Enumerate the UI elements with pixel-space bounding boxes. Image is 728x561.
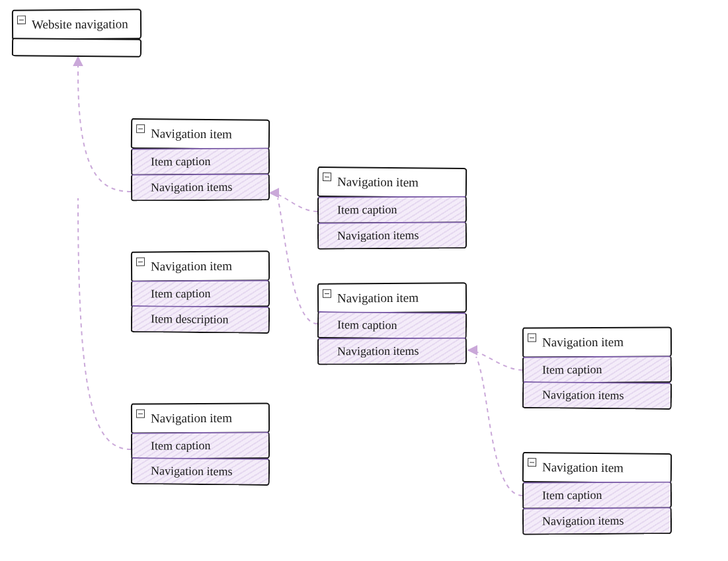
node-empty-body [12, 38, 142, 58]
node-website-navigation[interactable]: Website navigation [12, 9, 142, 57]
attr-label: Navigation items [542, 388, 624, 402]
attr-row: Item caption [317, 311, 467, 340]
attr-row: Item caption [131, 432, 270, 460]
header-label: Navigation item [337, 291, 419, 305]
collapse-icon[interactable] [323, 172, 331, 181]
header-label: Navigation item [151, 126, 232, 141]
collapse-icon[interactable] [528, 458, 536, 467]
attr-row: Navigation items [131, 457, 270, 486]
collapse-icon[interactable] [136, 409, 145, 418]
node-header: Navigation item [131, 250, 270, 282]
collapse-icon[interactable] [323, 289, 331, 298]
header-label: Website navigation [32, 17, 128, 31]
attr-row: Navigation items [131, 174, 270, 202]
node-header: Navigation item [522, 452, 672, 484]
attr-label: Item caption [151, 439, 211, 453]
attr-row: Item caption [522, 482, 672, 509]
header-label: Navigation item [542, 335, 624, 350]
connector-n1a-to-n1 [270, 193, 317, 211]
node-header: Navigation item [317, 167, 467, 198]
attr-row: Navigation items [317, 221, 467, 249]
attr-row: Navigation items [522, 381, 672, 410]
attr-label: Item caption [542, 363, 602, 377]
attr-row: Item caption [131, 280, 270, 308]
connector-n1-to-root [78, 57, 131, 192]
header-label: Navigation item [151, 259, 232, 274]
diagram-canvas: Website navigation Navigation item Item … [0, 0, 728, 561]
attr-label: Navigation items [151, 465, 233, 478]
connector-n1b-to-n1 [278, 198, 317, 324]
attr-row: Navigation items [522, 507, 672, 535]
collapse-icon[interactable] [528, 333, 536, 342]
node-header: Navigation item [131, 402, 270, 433]
node-nav-item-1b[interactable]: Navigation item Item caption Navigation … [317, 283, 467, 365]
attr-row: Item caption [317, 196, 467, 224]
attr-label: Navigation items [151, 180, 233, 194]
connector-n1b1-to-n1b [468, 350, 522, 370]
node-nav-item-1b2[interactable]: Navigation item Item caption Navigation … [522, 453, 672, 535]
attr-label: Item description [151, 313, 229, 326]
node-nav-item-2[interactable]: Navigation item Item caption Item descri… [131, 251, 270, 333]
collapse-icon[interactable] [136, 124, 145, 133]
attr-label: Navigation items [542, 514, 624, 528]
connector-n3-to-root [78, 198, 131, 449]
attr-label: Item caption [337, 318, 397, 332]
header-label: Navigation item [151, 411, 232, 426]
node-header: Navigation item [522, 326, 672, 358]
attr-row: Navigation items [317, 338, 467, 365]
node-nav-item-1a[interactable]: Navigation item Item caption Navigation … [317, 167, 467, 249]
node-header: Navigation item [317, 282, 467, 314]
connector-n1b2-to-n1b [476, 357, 522, 496]
attr-row: Item description [131, 305, 270, 334]
node-header: Website navigation [12, 9, 142, 40]
node-nav-item-1[interactable]: Navigation item Item caption Navigation … [131, 119, 270, 201]
attr-label: Navigation items [337, 344, 419, 358]
attr-row: Item caption [131, 148, 270, 176]
node-nav-item-1b1[interactable]: Navigation item Item caption Navigation … [522, 327, 672, 409]
collapse-icon[interactable] [136, 258, 145, 266]
header-label: Navigation item [337, 174, 419, 189]
attr-label: Item caption [151, 155, 211, 168]
attr-label: Navigation items [337, 229, 419, 243]
attr-label: Item caption [542, 488, 602, 502]
header-label: Navigation item [542, 460, 624, 474]
attr-row: Item caption [522, 356, 672, 384]
node-header: Navigation item [131, 118, 270, 150]
collapse-icon[interactable] [17, 16, 26, 24]
attr-label: Item caption [151, 287, 211, 300]
node-nav-item-3[interactable]: Navigation item Item caption Navigation … [131, 403, 270, 485]
attr-label: Item caption [337, 203, 397, 216]
